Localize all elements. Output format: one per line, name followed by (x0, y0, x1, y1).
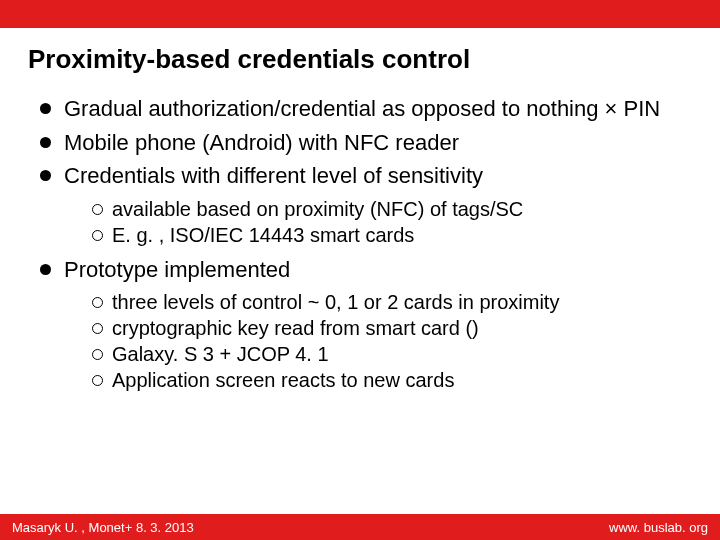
bullet-item: Prototype implemented three levels of co… (40, 256, 692, 394)
bullet-text: Credentials with different level of sens… (64, 163, 483, 188)
slide: Proximity-based credentials control Grad… (0, 0, 720, 540)
sub-bullet-item: cryptographic key read from smart card (… (92, 315, 692, 341)
bullet-item: Mobile phone (Android) with NFC reader (40, 129, 692, 157)
sub-bullet-item: Application screen reacts to new cards (92, 367, 692, 393)
sub-bullet-list: available based on proximity (NFC) of ta… (64, 196, 692, 248)
sub-bullet-item: Galaxy. S 3 + JCOP 4. 1 (92, 341, 692, 367)
sub-bullet-item: three levels of control ~ 0, 1 or 2 card… (92, 289, 692, 315)
sub-bullet-item: available based on proximity (NFC) of ta… (92, 196, 692, 222)
slide-title: Proximity-based credentials control (28, 44, 692, 75)
header-bar (0, 0, 720, 28)
content-area: Proximity-based credentials control Grad… (0, 28, 720, 514)
footer-bar: Masaryk U. , Monet+ 8. 3. 2013 www. busl… (0, 514, 720, 540)
sub-bullet-item: E. g. , ISO/IEC 14443 smart cards (92, 222, 692, 248)
bullet-item: Credentials with different level of sens… (40, 162, 692, 248)
sub-bullet-list: three levels of control ~ 0, 1 or 2 card… (64, 289, 692, 393)
bullet-list: Gradual authorization/credential as oppo… (28, 95, 692, 393)
bullet-item: Gradual authorization/credential as oppo… (40, 95, 692, 123)
footer-left: Masaryk U. , Monet+ 8. 3. 2013 (12, 520, 194, 535)
footer-right: www. buslab. org (609, 520, 708, 535)
bullet-text: Prototype implemented (64, 257, 290, 282)
